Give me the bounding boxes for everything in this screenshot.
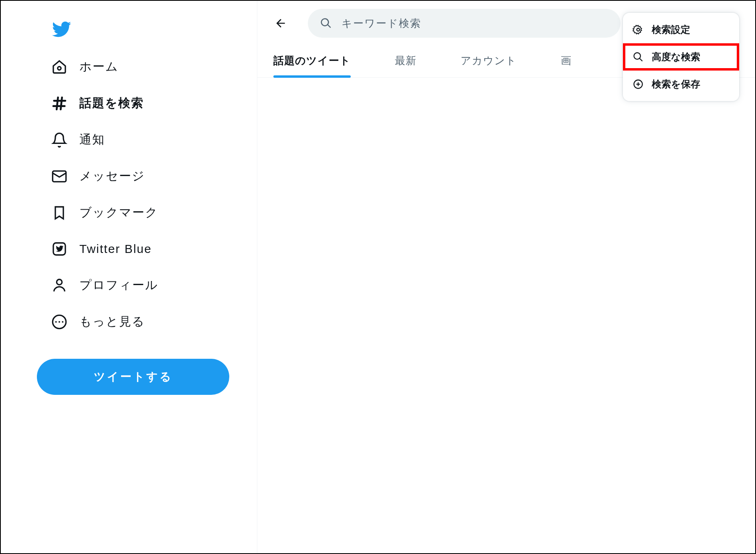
sidebar-item-label: プロフィール	[79, 277, 158, 293]
svg-point-6	[59, 321, 60, 323]
sidebar-item-label: ブックマーク	[79, 204, 158, 221]
user-icon	[51, 277, 67, 293]
sidebar-item-label: もっと見る	[79, 313, 145, 330]
svg-point-9	[634, 53, 641, 59]
gear-icon	[633, 24, 644, 35]
sidebar-item-twitter-blue[interactable]: Twitter Blue	[45, 234, 158, 264]
menu-item-label: 検索を保存	[652, 78, 700, 91]
tab-latest[interactable]: 最新	[395, 54, 416, 77]
sidebar-item-notifications[interactable]: 通知	[45, 124, 111, 155]
svg-point-3	[57, 279, 62, 285]
sidebar-item-label: ホーム	[79, 59, 119, 75]
tab-top-tweets[interactable]: 話題のツイート	[273, 54, 351, 77]
sidebar-item-label: 話題を検索	[79, 95, 144, 111]
back-button[interactable]	[269, 12, 292, 34]
tab-images[interactable]: 画	[561, 54, 572, 77]
sidebar-item-more[interactable]: もっと見る	[45, 306, 152, 337]
bell-icon	[51, 132, 67, 148]
sidebar: ホーム 話題を検索 通知 メッセージ ブックマーク	[1, 1, 257, 553]
search-options-menu: 検索設定 高度な検索 検索を保存	[623, 13, 739, 101]
menu-item-label: 検索設定	[652, 23, 690, 36]
twitter-blue-icon	[51, 241, 67, 257]
search-input[interactable]	[342, 17, 608, 30]
search-box[interactable]	[308, 9, 621, 38]
hash-icon	[51, 95, 67, 111]
tab-accounts[interactable]: アカウント	[461, 54, 517, 77]
menu-item-search-settings[interactable]: 検索設定	[623, 16, 739, 43]
bookmark-icon	[51, 205, 67, 221]
menu-item-advanced-search[interactable]: 高度な検索	[623, 43, 739, 71]
sidebar-item-label: 通知	[79, 131, 105, 148]
svg-point-7	[62, 321, 63, 323]
sidebar-item-label: Twitter Blue	[79, 242, 152, 256]
plus-circle-icon	[633, 79, 644, 90]
svg-point-0	[58, 67, 61, 70]
tweet-button[interactable]: ツイートする	[37, 359, 229, 395]
home-icon	[51, 59, 67, 75]
more-icon	[51, 314, 67, 330]
sidebar-item-home[interactable]: ホーム	[45, 51, 125, 82]
search-icon	[633, 51, 644, 63]
sidebar-item-bookmarks[interactable]: ブックマーク	[45, 197, 165, 228]
envelope-icon	[51, 168, 67, 184]
sidebar-item-label: メッセージ	[79, 168, 145, 184]
main-content: 話題のツイート 最新 アカウント 画 検索設定 高度な検索 検索を保存	[257, 1, 755, 553]
search-icon	[320, 17, 332, 29]
sidebar-item-messages[interactable]: メッセージ	[45, 161, 152, 192]
twitter-logo[interactable]	[45, 13, 257, 47]
svg-point-5	[55, 321, 57, 323]
svg-point-8	[637, 28, 640, 31]
svg-line-10	[640, 59, 643, 61]
twitter-bird-icon	[51, 19, 71, 39]
menu-item-label: 高度な検索	[652, 51, 700, 63]
arrow-left-icon	[274, 17, 287, 30]
sidebar-item-profile[interactable]: プロフィール	[45, 270, 165, 301]
menu-item-save-search[interactable]: 検索を保存	[623, 71, 739, 98]
sidebar-item-explore[interactable]: 話題を検索	[45, 88, 150, 119]
